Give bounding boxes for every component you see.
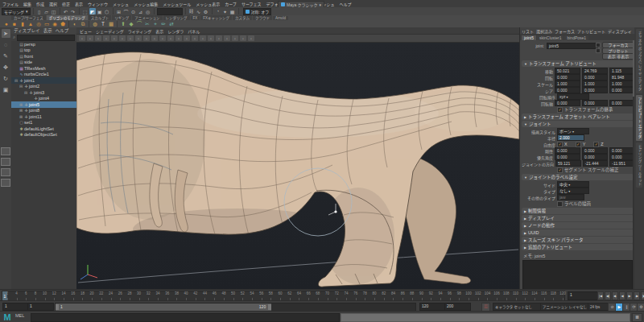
menu-メッシュ編集[interactable]: メッシュ編集 [131,1,160,6]
step-back-frame-button[interactable]: ◀| [605,291,611,300]
outliner-menu-ディスプレイ[interactable]: ディスプレイ [14,27,40,34]
value-field[interactable]: 59.121 [555,160,581,167]
shelf-tab-カスタム[interactable]: カスタム [233,15,252,20]
motion-blur-icon[interactable]: ▫ [224,35,230,41]
outliner-item-defaultLightSet[interactable]: ✱defaultLightSet [11,126,76,132]
shelf-tab-FX[interactable]: FX [191,16,200,20]
value-field[interactable]: 0.000 [582,147,608,154]
menu-作成[interactable]: 作成 [34,1,47,6]
outliner-item-top[interactable]: ▤top [11,47,76,54]
section-header-スムーズ スキン パラメータ[interactable]: ▶スムーズ スキン パラメータ [522,237,634,243]
character-set-selector[interactable]: キャラクタ セットなし [493,303,543,311]
poly-disc-icon[interactable]: ◉ [52,21,58,27]
camera-attributes-icon[interactable]: ▫ [95,35,101,41]
viewport-menu-表示[interactable]: 表示 [155,28,163,34]
menu-修正[interactable]: 修正 [60,1,72,6]
value-field[interactable]: 0.000 [609,154,635,160]
shadows-icon[interactable]: ▫ [208,35,214,41]
view-grid-icon[interactable]: ▫ [119,35,126,41]
rotate-tool-icon[interactable]: ↻ [2,74,10,83]
viewport-menu-シェーディング[interactable]: シェーディング [96,28,124,34]
value-field[interactable]: 81.948 [609,74,635,80]
show-hide-button[interactable]: 表示 非表示 [602,53,634,60]
dropdown-field[interactable]: ボーン ▾ [557,128,589,134]
side-tab-チャネル ボックス / レイヤ エディタ[interactable]: チャネル ボックス / レイヤ エディタ [636,29,642,93]
range-slider-bar[interactable]: 1 120 [56,303,271,311]
section-header-追加のアトリビュート[interactable]: ▶追加のアトリビュート [522,244,634,250]
film-gate-icon[interactable]: ▫ [127,35,134,41]
ae-menu-選択済み[interactable]: 選択済み [536,28,552,34]
output-connections-icon[interactable]: ∿ [196,8,202,14]
platonic-solid-icon[interactable]: ⬟ [60,21,66,27]
section-header-ジョイントのラベル設定[interactable]: ▼ジョイントのラベル設定 [522,174,634,180]
select-camera-icon[interactable]: ▫ [79,35,85,41]
quad-draw-icon[interactable]: ✏ [160,21,167,27]
menu-メッシュ表示[interactable]: メッシュ表示 [193,1,222,6]
viewport-panel[interactable]: ビューシェーディングライティング表示レンダラパネル ▫▫▫▫▫▫▫▫▫▫▫▫▫▫… [76,27,519,289]
type-tool-icon[interactable]: T [100,21,106,27]
step-fwd-key-button[interactable]: .▶ [634,291,640,300]
image-plane-icon[interactable]: ▫ [111,35,118,41]
outliner-item-joint11[interactable]: ⊞✛joint11 [11,114,76,120]
use-all-lights-icon[interactable]: ▫ [200,35,206,41]
menu-表示[interactable]: 表示 [72,1,85,6]
menu-カーブ[interactable]: カーブ [222,1,239,6]
mirror-icon[interactable]: ⇄ [168,21,175,27]
wireframe-icon[interactable]: ▫ [175,35,182,41]
command-language-toggle[interactable]: MEL [15,313,24,318]
outliner-item-joint2[interactable]: ⊟✛joint2 [11,84,76,90]
shelf-tab-Arnold[interactable]: Arnold [273,16,288,20]
scale-tool-icon[interactable]: ▣ [2,85,10,94]
section-header-トランスフォーム アトリビュート[interactable]: ▼トランスフォーム アトリビュート [522,60,634,67]
value-field[interactable]: 0.000 [582,87,608,93]
menu-set-selector[interactable]: モデリング ▾ [2,8,31,15]
safe-action-icon[interactable]: ▫ [159,35,166,41]
checkbox-Z[interactable]: ✓ [593,142,599,147]
menu-メッシュツール[interactable]: メッシュツール [160,1,193,6]
save-scene-icon[interactable]: ◫ [51,8,57,14]
live-surface-field[interactable] [157,8,183,15]
bevel-icon[interactable]: ◆ [128,21,134,27]
checkbox[interactable] [557,201,563,207]
viewport-menu-ライティング[interactable]: ライティング [128,28,152,34]
value-field[interactable]: jaw [557,194,584,200]
shelf-tab-リギング[interactable]: リギング [112,15,131,20]
symmetry-dropdown[interactable]: 対称: オフ [243,8,272,15]
multisample-icon[interactable]: ▫ [232,35,238,41]
input-connections-icon[interactable]: ⛓ [188,8,195,14]
value-field[interactable]: 24.769 [582,68,608,74]
section-header-UUID[interactable]: ▶UUID [522,229,634,236]
value-field[interactable]: 0.000 [609,87,635,93]
snap-point-icon[interactable]: ⊙ [130,8,137,14]
menu-ファイル[interactable]: ファイル [0,1,21,6]
shelf-tab-カーブ/サーフェス[interactable]: カーブ/サーフェス [11,15,46,20]
select-hierarchy-icon[interactable]: ⬚ [82,8,89,14]
shelf-tab-アニメーション[interactable]: アニメーション [132,15,162,20]
render-icon[interactable]: ◔ [215,8,221,14]
textured-icon[interactable]: ▫ [192,35,198,41]
playback-end-field[interactable]: 120 [419,303,446,311]
step-fwd-frame-button[interactable]: |▶ [641,291,644,300]
section-header-ディスプレイ[interactable]: ▶ディスプレイ [522,215,634,221]
menu-編集[interactable]: 編集 [21,1,34,6]
range-handle-left[interactable] [56,304,59,310]
gate-mask-icon[interactable]: ▫ [143,35,150,41]
snap-curve-icon[interactable]: ⌒ [123,8,130,14]
outliner-item-defaultObjectSet[interactable]: ✱defaultObjectSet [11,132,76,138]
side-tab-モデリング ツールキット[interactable]: モデリング ツールキット [636,142,642,188]
checkbox-X[interactable]: ✓ [557,142,563,147]
outliner-item-persp[interactable]: ▤persp [11,41,76,47]
snap-grid-icon[interactable]: ⊞ [116,8,122,14]
value-field[interactable]: -11.951 [609,160,635,167]
poly-sphere-icon[interactable]: ● [3,21,10,27]
outliner-menu-表示[interactable]: 表示 [43,27,52,34]
snap-plane-icon[interactable]: ⊿ [138,8,144,14]
dropdown-field[interactable]: なし ▾ [557,188,589,194]
notes-textarea[interactable] [522,260,633,289]
layout-preset-1[interactable] [1,147,10,155]
checkbox-Y[interactable]: ✓ [576,142,581,147]
poly-plane-icon[interactable]: ▭ [43,21,50,27]
value-field[interactable]: 1.000 [555,80,580,87]
extrude-icon[interactable]: ⬆ [120,21,126,27]
outliner-item-set1[interactable]: ▢set1 [11,120,76,126]
